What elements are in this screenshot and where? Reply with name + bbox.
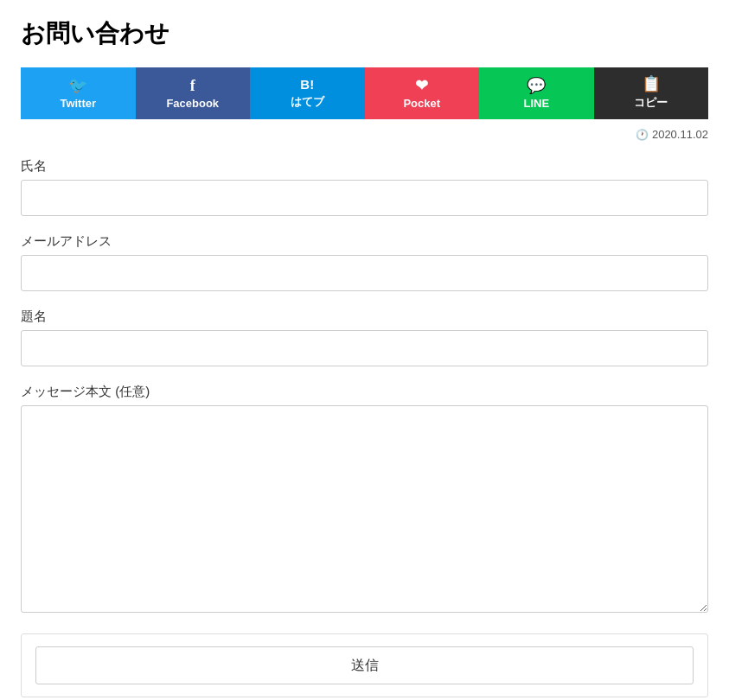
email-field-group: メールアドレス: [21, 233, 708, 291]
date-value: 2020.11.02: [652, 128, 708, 141]
hatena-icon: B!: [300, 78, 314, 91]
message-field-group: メッセージ本文 (任意): [21, 384, 708, 616]
page-title: お問い合わせ: [21, 17, 708, 50]
pocket-icon: ❤: [415, 78, 428, 93]
name-field-group: 氏名: [21, 158, 708, 216]
facebook-icon: f: [190, 78, 195, 93]
twitter-icon: 🐦: [68, 78, 87, 93]
facebook-share-button[interactable]: f Facebook: [136, 67, 251, 119]
copy-share-button[interactable]: 📋 コピー: [594, 67, 709, 119]
subject-field-group: 題名: [21, 309, 708, 366]
pocket-label: Pocket: [403, 97, 440, 110]
submit-section: 送信: [21, 633, 708, 697]
submit-button[interactable]: 送信: [35, 646, 694, 684]
subject-label: 題名: [21, 309, 708, 325]
clock-icon: 🕐: [636, 129, 649, 141]
message-label: メッセージ本文 (任意): [21, 384, 708, 400]
twitter-label: Twitter: [60, 97, 96, 110]
email-label: メールアドレス: [21, 233, 708, 250]
message-textarea[interactable]: [21, 405, 708, 613]
twitter-share-button[interactable]: 🐦 Twitter: [21, 67, 136, 119]
hatena-share-button[interactable]: B! はてブ: [250, 67, 365, 119]
name-label: 氏名: [21, 158, 708, 175]
line-icon: 💬: [527, 78, 546, 93]
date-row: 🕐 2020.11.02: [21, 128, 708, 141]
line-share-button[interactable]: 💬 LINE: [479, 67, 594, 119]
facebook-label: Facebook: [166, 97, 219, 110]
hatena-label: はてブ: [291, 94, 324, 110]
name-input[interactable]: [21, 180, 708, 216]
share-buttons-row: 🐦 Twitter f Facebook B! はてブ ❤ Pocket 💬 L…: [21, 67, 708, 119]
email-input[interactable]: [21, 255, 708, 291]
copy-icon: 📋: [642, 76, 661, 92]
pocket-share-button[interactable]: ❤ Pocket: [365, 67, 480, 119]
copy-label: コピー: [634, 95, 668, 111]
line-label: LINE: [523, 97, 549, 110]
subject-input[interactable]: [21, 330, 708, 366]
